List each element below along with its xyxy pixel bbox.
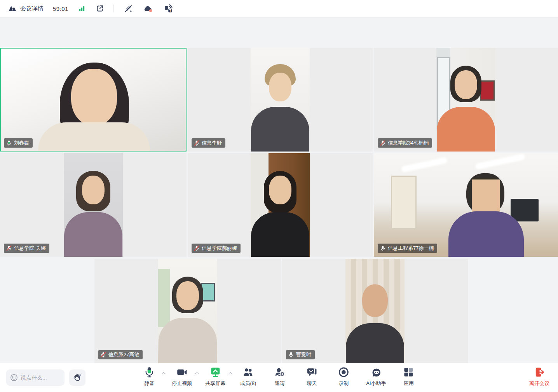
members-button[interactable]: 成员(8) <box>239 366 257 387</box>
participant-tile[interactable]: 信息学院 关娜 <box>0 153 187 257</box>
mute-options-chevron[interactable] <box>162 372 166 376</box>
leave-meeting-icon <box>534 366 545 378</box>
record-button[interactable]: 录制 <box>334 366 353 387</box>
quick-chat-box[interactable] <box>6 369 65 386</box>
leave-meeting-button[interactable]: 离开会议 <box>529 366 549 387</box>
share-screen-button[interactable]: 共享屏幕 <box>205 366 225 387</box>
participant-tile[interactable]: 信息学院34韩楠楠 <box>374 48 558 152</box>
video-feed <box>436 48 495 152</box>
mic-muted-icon <box>6 246 12 251</box>
participant-nametag: 信息工程系77徐一楠 <box>378 244 437 253</box>
participant-nametag: 信息系27高敏 <box>98 350 143 359</box>
mic-muted-icon <box>380 140 385 146</box>
invite-icon <box>274 366 286 378</box>
app-logo-icon <box>8 4 17 13</box>
invite-button[interactable]: 邀请 <box>270 366 289 387</box>
participant-tile[interactable]: 信息李野 <box>188 48 373 152</box>
participant-nametag: 信息李野 <box>192 138 225 148</box>
chat-icon <box>306 366 317 378</box>
participant-tile[interactable]: 信息系27高敏 <box>94 259 281 363</box>
video-options-chevron[interactable] <box>195 372 199 376</box>
emoji-icon[interactable] <box>10 374 18 382</box>
record-icon <box>338 366 349 378</box>
meeting-timer: 59:01 <box>53 5 68 12</box>
chat-input[interactable] <box>21 375 61 381</box>
beauty-filter-off-icon[interactable] <box>124 4 133 13</box>
apps-button[interactable]: 应用 <box>399 366 418 387</box>
topbar-divider <box>113 5 114 12</box>
video-feed <box>345 259 405 363</box>
members-icon <box>242 366 254 378</box>
mic-active-icon <box>6 140 12 146</box>
video-feed <box>251 153 310 257</box>
participant-tile[interactable]: 曹竞时 <box>282 259 468 363</box>
participant-nametag: 刘春媛 <box>4 138 33 148</box>
bottom-toolbar: 静音 停止视频 共享屏幕 <box>0 363 558 392</box>
mic-active-icon <box>288 352 294 357</box>
video-feed <box>64 153 123 257</box>
camera-icon <box>176 366 188 378</box>
meeting-details-link[interactable]: 会议详情 <box>20 5 44 12</box>
video-feed <box>158 259 217 363</box>
raise-hand-icon <box>73 373 82 382</box>
video-grid: 刘春媛 信息李野 <box>0 17 558 363</box>
participant-tile[interactable]: 信息工程系77徐一楠 <box>374 153 558 257</box>
video-feed <box>1 49 186 151</box>
participant-nametag: 信息学院34韩楠楠 <box>378 138 432 148</box>
network-signal-icon[interactable] <box>78 5 85 12</box>
raise-hand-button[interactable] <box>69 369 85 386</box>
share-screen-icon <box>209 366 221 378</box>
ai-assistant-button[interactable]: AI小助手 <box>366 366 386 387</box>
svg-text:T: T <box>169 9 171 12</box>
ai-assistant-icon <box>370 366 382 378</box>
participant-nametag: 信息学院 关娜 <box>4 244 49 253</box>
share-options-chevron[interactable] <box>228 372 232 376</box>
video-feed <box>251 48 310 152</box>
mic-muted-icon <box>194 246 199 251</box>
open-external-icon[interactable] <box>96 4 104 13</box>
mic-active-icon <box>380 246 385 251</box>
cloud-status-icon[interactable] <box>143 4 153 13</box>
video-feed <box>374 153 558 257</box>
topbar: 会议详情 59:01 <box>0 0 558 17</box>
microphone-icon <box>143 366 155 378</box>
transcription-icon[interactable]: T <box>163 3 173 14</box>
participant-nametag: 信息学院郝丽娜 <box>192 244 241 253</box>
stop-video-button[interactable]: 停止视频 <box>172 366 192 387</box>
participant-tile[interactable]: 信息学院郝丽娜 <box>188 153 373 257</box>
mute-button[interactable]: 静音 <box>140 366 159 387</box>
apps-icon <box>403 366 415 378</box>
participant-nametag: 曹竞时 <box>286 350 315 359</box>
chat-button[interactable]: 聊天 <box>302 366 321 387</box>
participant-tile[interactable]: 刘春媛 <box>0 48 187 152</box>
mic-muted-icon <box>194 140 199 146</box>
mic-muted-icon <box>101 352 106 357</box>
